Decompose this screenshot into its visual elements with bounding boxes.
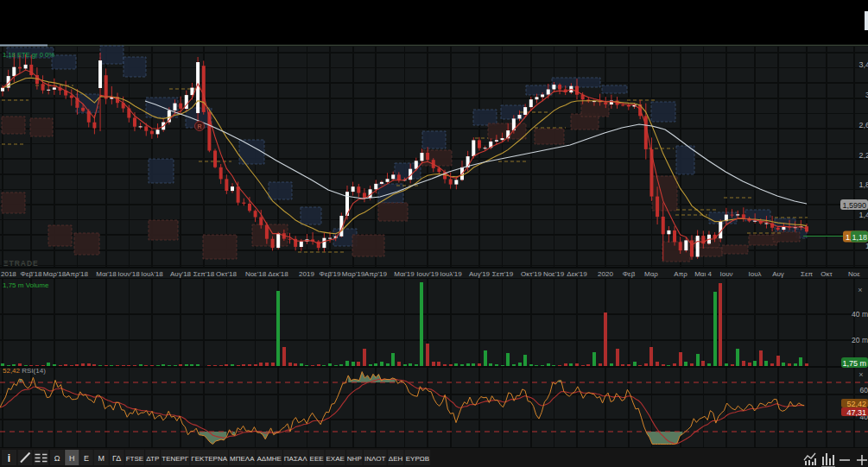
svg-text:Φεβ'18: Φεβ'18 — [21, 270, 43, 278]
svg-text:ΠΑΣΑΛ: ΠΑΣΑΛ — [284, 455, 307, 463]
svg-text:Ιουν'19: Ιουν'19 — [416, 270, 439, 278]
svg-text:1,75 m Volume: 1,75 m Volume — [3, 281, 49, 289]
svg-text:Οκτ'19: Οκτ'19 — [521, 270, 542, 278]
svg-text:ΔΕΗ: ΔΕΗ — [389, 455, 403, 463]
svg-text:Απρ: Απρ — [674, 270, 687, 278]
svg-text:1,18: 1,18 — [852, 233, 867, 242]
svg-text:Η: Η — [69, 454, 75, 463]
svg-text:ΓΔ: ΓΔ — [112, 454, 121, 463]
svg-text:Οκτ: Οκτ — [820, 270, 833, 278]
svg-text:Μαρ'18: Μαρ'18 — [43, 270, 67, 278]
svg-text:R: R — [197, 123, 201, 129]
svg-text:Ιουλ: Ιουλ — [748, 270, 761, 278]
svg-text:Απρ'19: Απρ'19 — [364, 270, 387, 278]
svg-text:ΕΧΑΕ: ΕΧΑΕ — [326, 455, 345, 463]
svg-text:Μαι 4: Μαι 4 — [694, 270, 712, 278]
svg-text:1,5990: 1,5990 — [842, 201, 866, 210]
svg-text:Φεβ: Φεβ — [623, 270, 636, 278]
svg-text:2018: 2018 — [1, 270, 16, 278]
svg-text:Ιουν'18: Ιουν'18 — [117, 270, 140, 278]
svg-text:Ε: Ε — [84, 454, 89, 463]
svg-text:Νοε: Νοε — [848, 270, 860, 278]
svg-text:Ιουλ'19: Ιουλ'19 — [440, 270, 462, 278]
svg-text:Αυγ: Αυγ — [772, 270, 784, 278]
svg-text:Δεκ'19: Δεκ'19 — [567, 270, 587, 278]
svg-text:Σεπ'19: Σεπ'19 — [492, 270, 514, 278]
svg-text:×: × — [858, 286, 862, 294]
svg-text:Ιουλ'18: Ιουλ'18 — [141, 270, 163, 278]
svg-text:2020: 2020 — [598, 270, 613, 278]
svg-text:Οκτ'18: Οκτ'18 — [216, 270, 237, 278]
svg-text:Ιουν: Ιουν — [719, 270, 732, 278]
svg-text:52,42 RSI(14): 52,42 RSI(14) — [3, 367, 46, 375]
svg-text:ΝΗΡ: ΝΗΡ — [347, 455, 362, 463]
svg-text:×: × — [858, 370, 863, 379]
svg-text:ΞTRADE: ΞTRADE — [3, 259, 39, 268]
svg-text:ΙΝΛΟΤ: ΙΝΛΟΤ — [364, 455, 385, 463]
svg-text:52,42: 52,42 — [846, 400, 866, 408]
svg-text:20 m: 20 m — [852, 336, 868, 344]
svg-text:ΤΕΝΕΡΓ: ΤΕΝΕΡΓ — [162, 455, 189, 463]
svg-text:Αυγ'18: Αυγ'18 — [170, 270, 192, 278]
svg-text:60: 60 — [860, 386, 868, 394]
svg-text:Φεβ'19: Φεβ'19 — [320, 270, 342, 278]
svg-text:Απρ'18: Απρ'18 — [66, 270, 88, 278]
svg-text:Σεπ'18: Σεπ'18 — [193, 270, 215, 278]
svg-text:1,75 m: 1,75 m — [842, 359, 866, 368]
svg-text:Δεκ'18: Δεκ'18 — [268, 270, 288, 278]
svg-text:FTSE: FTSE — [126, 455, 143, 463]
svg-text:Νοε'19: Νοε'19 — [543, 270, 565, 278]
svg-text:i: i — [8, 452, 10, 464]
svg-text:ΜΠΕΛΑ: ΜΠΕΛΑ — [230, 455, 255, 463]
svg-text:Μ: Μ — [98, 454, 105, 463]
svg-text:2,6: 2,6 — [858, 121, 868, 129]
svg-text:ΕΕΕ: ΕΕΕ — [310, 455, 324, 463]
svg-text:1,4: 1,4 — [858, 211, 868, 219]
svg-text:1,18 ΕΤΕ.gr 0 0%: 1,18 ΕΤΕ.gr 0 0% — [3, 51, 54, 59]
svg-text:ΓΕΚΤΕΡΝΑ: ΓΕΚΤΕΡΝΑ — [191, 455, 227, 463]
svg-text:47,31: 47,31 — [846, 408, 866, 417]
svg-text:ΑΔΜΗΕ: ΑΔΜΗΕ — [257, 455, 281, 463]
svg-text:ΔΤΡ: ΔΤΡ — [146, 455, 159, 463]
svg-text:Αυγ'19: Αυγ'19 — [469, 270, 491, 278]
svg-text:40 m: 40 m — [852, 310, 868, 319]
svg-text:3,4: 3,4 — [858, 60, 868, 69]
svg-text:Ω: Ω — [54, 454, 60, 463]
svg-text:Σεπ: Σεπ — [801, 270, 814, 278]
svg-text:Μαρ: Μαρ — [644, 270, 658, 278]
svg-text:Μαρ'19: Μαρ'19 — [342, 270, 365, 278]
svg-text:Μαι'19: Μαι'19 — [394, 270, 415, 278]
svg-text:Μαι'18: Μαι'18 — [96, 270, 117, 278]
svg-text:ΕΥΡΩΒ: ΕΥΡΩΒ — [406, 455, 429, 463]
svg-text:Νοε'18: Νοε'18 — [245, 270, 267, 278]
svg-text:2,2: 2,2 — [858, 151, 868, 160]
svg-text:2019: 2019 — [299, 270, 314, 278]
svg-text:1,8: 1,8 — [858, 180, 868, 189]
